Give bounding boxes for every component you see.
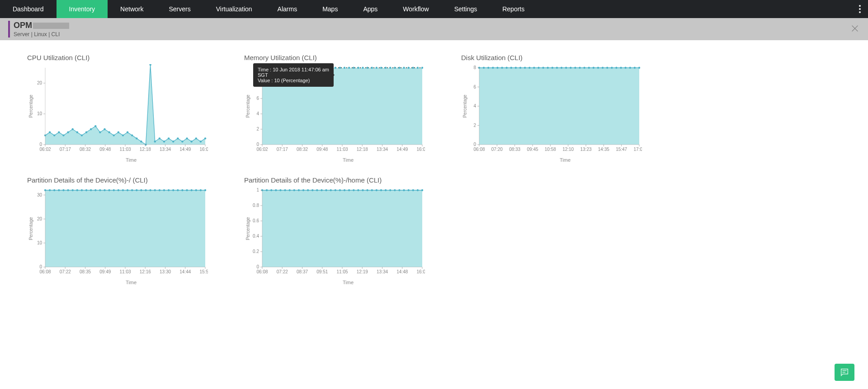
nav-spacer <box>537 0 852 18</box>
nav-item-inventory[interactable]: Inventory <box>57 0 108 18</box>
device-header: OPM Server | Linux | CLI <box>0 18 868 40</box>
svg-point-212 <box>90 189 92 191</box>
chart-svg[interactable]: 0246806:0807:2008:3309:4510:5812:1013:23… <box>461 64 642 155</box>
close-button[interactable] <box>850 23 860 35</box>
svg-text:10: 10 <box>37 111 42 116</box>
nav-item-servers[interactable]: Servers <box>156 0 203 18</box>
nav-item-alarms[interactable]: Alarms <box>265 0 310 18</box>
nav-item-reports[interactable]: Reports <box>490 0 537 18</box>
svg-point-205 <box>58 189 60 191</box>
svg-point-216 <box>108 189 110 191</box>
svg-text:12:16: 12:16 <box>140 269 151 274</box>
svg-point-215 <box>104 189 105 191</box>
svg-point-82 <box>335 67 336 69</box>
chart-svg[interactable]: 0102006:0207:1708:3209:4811:0312:1813:34… <box>27 64 208 155</box>
svg-text:17:00: 17:00 <box>633 147 642 152</box>
svg-text:08:37: 08:37 <box>297 269 308 274</box>
svg-point-93 <box>385 67 387 69</box>
svg-point-299 <box>407 189 409 191</box>
svg-point-19 <box>122 134 124 136</box>
nav-more-button[interactable] <box>852 0 868 18</box>
svg-text:11:03: 11:03 <box>119 147 131 152</box>
svg-point-138 <box>501 67 503 69</box>
svg-text:09:48: 09:48 <box>99 147 111 152</box>
svg-point-13 <box>94 125 96 127</box>
svg-point-268 <box>266 189 268 191</box>
svg-text:11:03: 11:03 <box>336 147 348 152</box>
nav-item-maps[interactable]: Maps <box>310 0 350 18</box>
svg-text:20: 20 <box>37 216 42 221</box>
svg-text:07:22: 07:22 <box>60 269 71 274</box>
svg-text:07:17: 07:17 <box>60 147 71 152</box>
svg-text:0.2: 0.2 <box>253 249 259 254</box>
svg-point-164 <box>620 67 622 69</box>
svg-point-15 <box>104 128 105 130</box>
svg-point-137 <box>496 67 498 69</box>
svg-point-237 <box>204 189 206 191</box>
svg-text:07:22: 07:22 <box>277 269 288 274</box>
svg-text:12:18: 12:18 <box>357 147 368 152</box>
svg-point-21 <box>131 134 133 136</box>
nav-item-virtualization[interactable]: Virtualization <box>203 0 265 18</box>
svg-text:13:30: 13:30 <box>160 269 171 274</box>
svg-point-98 <box>407 67 409 69</box>
svg-point-226 <box>154 189 156 191</box>
svg-point-278 <box>311 189 313 191</box>
header-main: OPM Server | Linux | CLI <box>14 21 860 37</box>
svg-text:20: 20 <box>37 80 42 85</box>
svg-text:08:32: 08:32 <box>297 147 308 152</box>
svg-point-282 <box>330 189 332 191</box>
chart-svg[interactable]: 010203006:0807:2208:3509:4911:0312:1613:… <box>27 187 208 277</box>
chart-xlabel: Time <box>244 280 434 285</box>
header-accent <box>8 21 10 37</box>
svg-point-273 <box>288 189 290 191</box>
svg-point-217 <box>113 189 115 191</box>
svg-point-225 <box>149 189 151 191</box>
chart-xlabel: Time <box>27 280 217 285</box>
svg-point-147 <box>542 67 544 69</box>
svg-text:11:05: 11:05 <box>336 269 348 274</box>
svg-point-83 <box>339 67 341 69</box>
svg-point-234 <box>190 189 192 191</box>
nav-item-apps[interactable]: Apps <box>350 0 390 18</box>
svg-point-141 <box>515 67 517 69</box>
chart-xlabel: Time <box>461 157 651 163</box>
svg-point-167 <box>634 67 636 69</box>
title-text: OPM <box>14 21 32 30</box>
nav-item-workflow[interactable]: Workflow <box>390 0 441 18</box>
panel-part-home: Partition Details of the Device(%)-/home… <box>244 176 434 285</box>
svg-text:09:51: 09:51 <box>316 269 328 274</box>
nav-item-network[interactable]: Network <box>108 0 156 18</box>
nav-item-dashboard[interactable]: Dashboard <box>0 0 57 18</box>
svg-point-236 <box>200 189 202 191</box>
svg-point-4 <box>53 134 55 136</box>
svg-point-152 <box>565 67 567 69</box>
svg-point-18 <box>118 131 119 133</box>
svg-point-95 <box>394 67 396 69</box>
svg-point-302 <box>421 189 423 191</box>
svg-point-297 <box>398 189 400 191</box>
svg-point-151 <box>561 67 562 69</box>
close-icon <box>850 23 860 33</box>
svg-text:4: 4 <box>256 111 259 116</box>
svg-point-146 <box>538 67 539 69</box>
svg-point-221 <box>131 189 133 191</box>
svg-point-158 <box>593 67 594 69</box>
svg-point-230 <box>172 189 174 191</box>
chart-svg[interactable]: 00.20.40.60.8106:0807:2208:3709:5111:051… <box>244 187 425 277</box>
svg-point-139 <box>505 67 507 69</box>
svg-text:16:04: 16:04 <box>416 147 425 152</box>
nav-item-settings[interactable]: Settings <box>442 0 490 18</box>
svg-point-162 <box>611 67 613 69</box>
chart-xlabel: Time <box>244 157 434 163</box>
chart-title: CPU Utilization (CLI) <box>27 54 217 61</box>
svg-point-232 <box>181 189 183 191</box>
svg-point-16 <box>108 131 110 133</box>
svg-text:0: 0 <box>39 264 42 269</box>
svg-text:0.8: 0.8 <box>253 203 259 208</box>
svg-point-213 <box>94 189 96 191</box>
svg-point-85 <box>348 67 350 69</box>
svg-point-229 <box>168 189 170 191</box>
svg-text:30: 30 <box>37 192 42 197</box>
svg-point-214 <box>99 189 101 191</box>
